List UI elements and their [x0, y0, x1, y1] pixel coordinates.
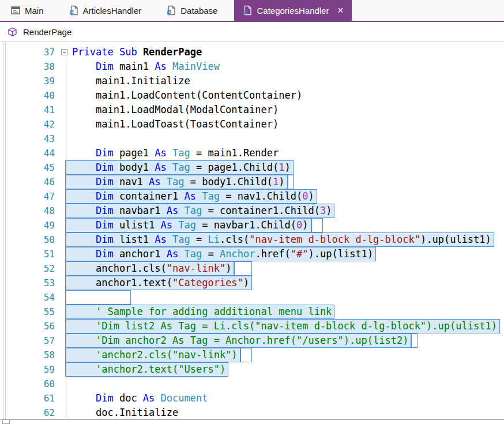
selected-text: ' Sample for adding additional menu link	[65, 305, 334, 319]
document-tab-bar: MainArticlesHandlerDatabaseCategoriesHan…	[0, 0, 504, 22]
code-line-text: Dim anchor1 As Tag = Anchor.href("#").up…	[72, 247, 504, 261]
code-line[interactable]: 54	[0, 290, 504, 305]
code-line[interactable]: 47 Dim container1 As Tag = nav1.Child(0)	[0, 189, 504, 204]
fold-collapse-icon[interactable]	[61, 49, 67, 55]
code-line[interactable]: 39 main1.Initialize	[0, 74, 504, 88]
selected-text: Dim container1 As Tag = nav1.Child(0)	[65, 189, 317, 204]
code-line[interactable]: 43	[0, 132, 504, 146]
selection-notch	[311, 218, 323, 232]
code-line[interactable]: 51 Dim anchor1 As Tag = Anchor.href("#")…	[0, 247, 504, 261]
outlining-margin	[55, 290, 72, 305]
editor-margin	[3, 42, 6, 419]
selection-notch	[234, 261, 252, 276]
code-line[interactable]: 49 Dim ulist1 As Tag = navbar1.Child(0)	[0, 218, 504, 232]
code-line[interactable]: 61 Dim doc As Document	[0, 391, 504, 406]
code-line-text: anchor1.cls("nav-link")	[72, 261, 504, 276]
line-number[interactable]: 60	[0, 377, 55, 391]
tab-database[interactable]: Database	[158, 0, 225, 21]
breadcrumb-item-method[interactable]: RenderPage	[7, 27, 72, 37]
line-number[interactable]: 58	[0, 348, 55, 362]
line-number[interactable]: 47	[0, 189, 55, 204]
outlining-margin	[55, 204, 72, 218]
outlining-margin	[55, 276, 72, 290]
line-number[interactable]: 46	[0, 175, 55, 189]
line-number[interactable]: 38	[0, 59, 55, 74]
outlining-margin	[55, 132, 72, 146]
line-number[interactable]: 37	[0, 45, 55, 59]
line-number[interactable]: 43	[0, 132, 55, 146]
code-line-text: Dim nav1 As Tag = body1.Child(1)	[72, 175, 504, 189]
code-line[interactable]: 48 Dim navbar1 As Tag = container1.Child…	[0, 204, 504, 218]
horizontal-scrollbar[interactable]	[0, 419, 504, 424]
line-number[interactable]: 54	[0, 290, 55, 305]
code-line[interactable]: 60	[0, 377, 504, 391]
outlining-margin	[55, 74, 72, 88]
outlining-margin	[55, 218, 72, 232]
selected-text: Dim list1 As Tag = Li.cls("nav-item d-bl…	[65, 232, 494, 247]
line-number[interactable]: 40	[0, 88, 55, 103]
close-icon[interactable]: ✕	[337, 6, 344, 14]
code-line-text: Dim doc As Document	[72, 391, 504, 406]
code-line-text: main1.Initialize	[72, 74, 504, 88]
line-number[interactable]: 42	[0, 117, 55, 132]
line-number[interactable]: 57	[0, 333, 55, 348]
code-line[interactable]: 38 Dim main1 As MainView	[0, 59, 504, 74]
code-line[interactable]: 52 anchor1.cls("nav-link")	[0, 261, 504, 276]
tab-main[interactable]: Main	[2, 0, 52, 21]
line-number[interactable]: 41	[0, 103, 55, 117]
line-number[interactable]: 56	[0, 319, 55, 333]
line-number[interactable]: 53	[0, 276, 55, 290]
line-number[interactable]: 45	[0, 160, 55, 175]
selection-notch	[411, 333, 417, 348]
selected-text: anchor1.text("Categories")	[65, 276, 252, 290]
code-line[interactable]: 37Private Sub RenderPage	[0, 45, 504, 59]
code-line-text: doc.Initialize	[72, 406, 504, 419]
selection-empty-line	[65, 290, 131, 305]
tab-label: Main	[25, 6, 44, 16]
code-line[interactable]: 62 doc.Initialize	[0, 406, 504, 419]
code-line[interactable]: 45 Dim body1 As Tag = page1.Child(1)	[0, 160, 504, 175]
line-number[interactable]: 55	[0, 305, 55, 319]
line-number[interactable]: 39	[0, 74, 55, 88]
line-number[interactable]: 52	[0, 261, 55, 276]
line-number[interactable]: 44	[0, 146, 55, 160]
code-line[interactable]: 59 'anchor2.text("Users")	[0, 362, 504, 377]
breadcrumb: RenderPage	[0, 22, 504, 42]
line-number[interactable]: 50	[0, 232, 55, 247]
code-line[interactable]: 40 main1.LoadContent(ContentContainer)	[0, 88, 504, 103]
selection-notch	[240, 348, 252, 362]
code-line[interactable]: 41 main1.LoadModal(ModalContainer)	[0, 103, 504, 117]
outlining-margin	[55, 175, 72, 189]
line-number[interactable]: 49	[0, 218, 55, 232]
selected-text: 'anchor2.text("Users")	[65, 362, 228, 377]
selected-text: 'Dim list2 As Tag = Li.cls("nav-item d-b…	[65, 319, 500, 333]
outlining-margin	[55, 117, 72, 132]
code-line-text: main1.LoadModal(ModalContainer)	[72, 103, 504, 117]
code-line-text: Private Sub RenderPage	[72, 45, 504, 59]
code-line[interactable]: 44 Dim page1 As Tag = main1.Render	[0, 146, 504, 160]
breadcrumb-label: RenderPage	[23, 27, 72, 37]
code-line-text: 'anchor2.text("Users")	[72, 362, 504, 377]
code-line-text: 'anchor2.cls("nav-link")	[72, 348, 504, 362]
code-line[interactable]: 58 'anchor2.cls("nav-link")	[0, 348, 504, 362]
line-number[interactable]: 51	[0, 247, 55, 261]
code-editor[interactable]: 37Private Sub RenderPage38 Dim main1 As …	[0, 42, 504, 419]
code-line[interactable]: 56 'Dim list2 As Tag = Li.cls("nav-item …	[0, 319, 504, 333]
tab-label: CategoriesHandler	[257, 6, 329, 16]
code-line[interactable]: 55 ' Sample for adding additional menu l…	[0, 305, 504, 319]
code-line[interactable]: 46 Dim nav1 As Tag = body1.Child(1)	[0, 175, 504, 189]
line-number[interactable]: 48	[0, 204, 55, 218]
code-line[interactable]: 50 Dim list1 As Tag = Li.cls("nav-item d…	[0, 232, 504, 247]
code-line[interactable]: 53 anchor1.text("Categories")	[0, 276, 504, 290]
tab-articleshandler[interactable]: ArticlesHandler	[61, 0, 150, 21]
code-line[interactable]: 57 'Dim anchor2 As Tag = Anchor.href("/u…	[0, 333, 504, 348]
code-line[interactable]: 42 main1.LoadToast(ToastContainer)	[0, 117, 504, 132]
code-line-text: main1.LoadToast(ToastContainer)	[72, 117, 504, 132]
tab-categorieshandler[interactable]: CategoriesHandler✕	[234, 0, 352, 21]
outlining-margin	[55, 348, 72, 362]
line-number[interactable]: 62	[0, 406, 55, 419]
line-number[interactable]: 59	[0, 362, 55, 377]
line-number[interactable]: 61	[0, 391, 55, 406]
code-line-text	[72, 377, 504, 391]
code-line-text: Dim navbar1 As Tag = container1.Child(3)	[72, 204, 504, 218]
